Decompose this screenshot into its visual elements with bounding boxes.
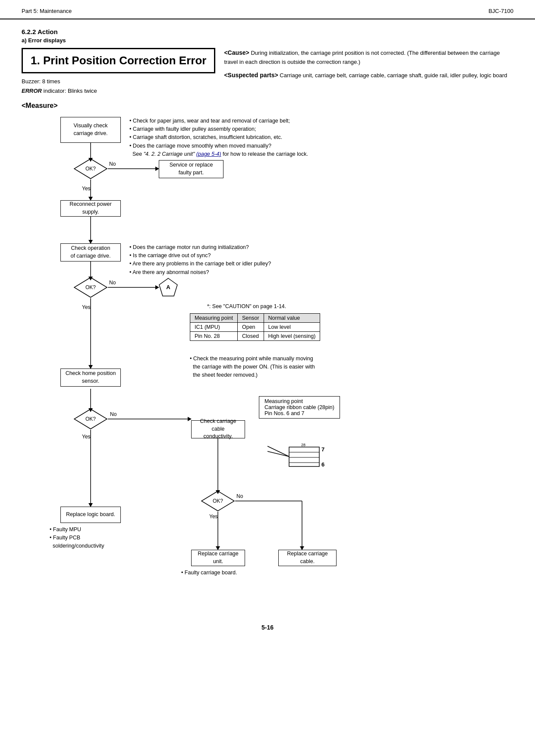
cause-label: <Cause> [224,49,249,56]
error-box-left: 1. Print Position Correction Error Buzze… [22,48,215,96]
measure-title: <Measure> [22,102,513,110]
svg-text:Yes: Yes [209,513,218,520]
error-title: 1. Print Position Correction Error [31,54,206,68]
box-visually-check-text: Visually checkcarriage drive. [73,122,107,137]
cable-meas-value: Carriage ribbon cable (28pin) [264,404,334,410]
cell-closed: Closed [237,331,264,340]
table-row: IC1 (MPU) Open Low level [190,322,320,331]
svg-text:7: 7 [321,446,324,453]
cell-low: Low level [264,322,320,331]
svg-text:No: No [236,493,243,499]
annotation-measuring: • Check the measuring point while manual… [190,355,315,380]
cable-diagram: 7 6 28 [263,430,341,483]
cause-text: During initialization, the carriage prin… [224,50,500,65]
svg-text:Yes: Yes [82,304,91,310]
diamond-ok2: OK? [73,277,108,298]
cable-measuring-box: Measuring point Carriage ribbon cable (2… [259,396,340,419]
pentagon-a: A [158,277,178,297]
error-box-right: <Cause> During initialization, the carri… [224,48,513,80]
diamond-ok4: OK? [201,490,235,512]
cable-pin: Pin Nos. 6 and 7 [264,410,334,416]
section-title: 6.2.2 Action [22,28,513,35]
sensor-table-container: Measuring point Sensor Normal value IC1 … [190,313,320,341]
page-header: Part 5: Maintenance BJC-7100 [0,0,535,19]
box-check-cable: Check carriage cableconductivity. [191,420,245,438]
cell-high: High level (sensing) [264,331,320,340]
annotation-check2: • Does the carriage motor run during ini… [129,243,332,277]
flowchart: Yes No No Yes [22,115,513,611]
svg-text:No: No [109,280,116,286]
svg-text:28: 28 [301,443,305,447]
annotation-logic-note: • Faulty MPU • Faulty PCB soldering/cond… [50,526,127,551]
cell-open: Open [237,322,264,331]
box-replace-logic: Replace logic board. [60,507,121,523]
cell-pin28: Pin No. 28 [190,331,238,340]
svg-text:No: No [109,161,116,167]
box-check-home: Check home positionsensor. [60,369,121,387]
subsection-title: a) Error displays [22,37,513,44]
error-title-box: 1. Print Position Correction Error [22,48,215,73]
svg-text:No: No [110,411,117,417]
box-reconnect-power: Reconnect power supply. [60,200,121,217]
annotation-check1: • Check for paper jams, wear and tear an… [129,117,337,159]
header-right: BJC-7100 [488,8,513,14]
cell-ic1: IC1 (MPU) [190,322,238,331]
svg-text:Yes: Yes [82,434,91,440]
table-header-sensor: Sensor [237,313,264,322]
error-indicator-label: ERROR [22,88,42,94]
svg-line-44 [268,446,289,457]
svg-text:Yes: Yes [82,186,91,192]
diamond-ok1: OK? [73,158,108,180]
error-section: 1. Print Position Correction Error Buzze… [22,48,513,96]
cable-meas-label: Measuring point [264,398,334,404]
page-number: 5-16 [22,624,513,639]
svg-line-45 [268,451,289,457]
cable-diagram-svg: 7 6 28 [263,430,341,482]
box-replace-carriage-cable: Replace carriage cable. [278,550,337,566]
table-header-normal: Normal value [264,313,320,322]
cause-line: <Cause> During initialization, the carri… [224,48,513,67]
buzzer-info: Buzzer: 8 times ERROR indicator: Blinks … [22,77,215,96]
annotation-caution: *: See "CAUTION" on page 1-14. [207,302,337,311]
table-row: Pin No. 28 Closed High level (sensing) [190,331,320,340]
suspected-line: <Suspected parts> Carriage unit, carriag… [224,70,513,80]
diamond-ok3: OK? [73,408,108,430]
svg-rect-40 [289,447,319,466]
box-replace-carriage-unit: Replace carriage unit. [191,550,245,566]
page: Part 5: Maintenance BJC-7100 6.2.2 Actio… [0,0,535,756]
box-service-replace: Service or replacefaulty part. [159,160,223,178]
main-content: 6.2.2 Action a) Error displays 1. Print … [0,24,535,657]
indicator-line: ERROR indicator: Blinks twice [22,86,215,96]
header-left: Part 5: Maintenance [22,8,72,14]
box-check-operation: Check operationof carriage drive. [60,243,121,261]
sensor-table: Measuring point Sensor Normal value IC1 … [190,313,320,341]
box-visually-check: Visually checkcarriage drive. [60,117,121,143]
suspected-text: Carriage unit, carriage belt, carriage c… [280,72,507,79]
table-header-measuring: Measuring point [190,313,238,322]
suspected-label: <Suspected parts> [224,72,278,79]
svg-text:6: 6 [321,461,324,468]
annotation-carriage-note: • Faulty carriage board. [181,569,250,577]
